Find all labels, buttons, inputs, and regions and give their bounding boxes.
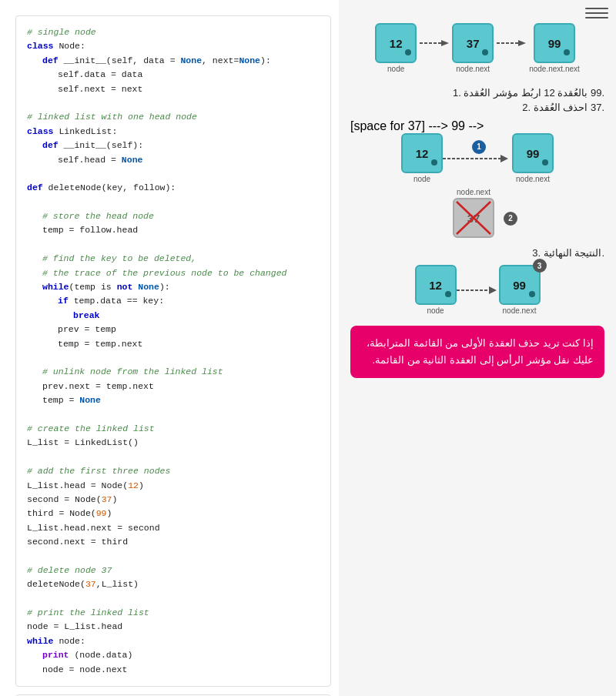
- code-line-17: break: [27, 309, 320, 323]
- code-line-4: self.data = data: [27, 68, 320, 82]
- arabic-note: إذا كنت تريد حذف العقدة الأولى من القائم…: [350, 326, 604, 378]
- node-99-step2: 99: [512, 133, 554, 173]
- code-line-32: deleteNode(37,L_list): [27, 577, 320, 591]
- node-12: 12: [375, 23, 417, 63]
- code-line-5: self.next = next: [27, 82, 320, 96]
- code-line-14: # the trace of the previous node to be c…: [27, 266, 320, 280]
- badge-3: 3: [533, 259, 547, 273]
- node-99: 99: [534, 23, 575, 63]
- code-line-8: def __init__(self):: [27, 139, 320, 152]
- code-line-22: temp = None: [27, 393, 320, 407]
- node-col-37: 37 node.next: [452, 23, 494, 73]
- badge-2: 2: [504, 212, 517, 226]
- node-col-99: 99 node.next.next: [529, 23, 580, 73]
- code-line-16: if temp.data == key:: [27, 294, 320, 308]
- code-line-23: # create the linked list: [27, 422, 320, 436]
- diagram-final: 12 node 99: [350, 265, 604, 315]
- code-line-10: def deleteNode(key, follow):: [27, 181, 320, 195]
- code-line-15: while(temp is not None):: [27, 280, 320, 294]
- code-line-25: # add the first three nodes: [27, 464, 320, 478]
- code-line-30: second.next = third: [27, 535, 320, 549]
- step-2-label: .37 احذف العُقدة .2: [350, 102, 604, 113]
- node-col-12-final: 12 node: [415, 265, 457, 315]
- node-99-wrapper-final: 99 3: [499, 265, 541, 305]
- node-12-final: 12: [415, 265, 457, 305]
- code-line-36: print (node.data): [27, 648, 320, 662]
- svg-marker-3: [518, 40, 526, 46]
- code-line-19: temp = temp.next: [27, 337, 320, 351]
- label-node-step2: node: [413, 175, 430, 183]
- label-node-next-step2: node.next: [516, 175, 550, 183]
- arrow-2: [497, 38, 526, 49]
- code-line-7: class LinkedList:: [27, 125, 320, 139]
- crossed-box-wrapper: 37: [453, 198, 494, 238]
- label-node-next: node.next: [456, 65, 490, 73]
- code-line-12: temp = follow.head: [27, 223, 320, 237]
- code-block: # single node class Node: def __init__(s…: [15, 15, 331, 687]
- code-line-6: # linked list with one head node: [27, 110, 320, 124]
- code-line-20: # unlink node from the linked list: [27, 365, 320, 379]
- badge-1: 1: [472, 140, 486, 154]
- node-col-99-final: 99 3 node.next: [499, 265, 541, 315]
- code-line-3: def __init__(self, data = None, next=Non…: [27, 54, 320, 68]
- step-labels-1-2: .99 بالعُقدة 12 اربُط مؤشر العُقدة .1 .3…: [350, 87, 604, 113]
- code-line-18: prev = temp: [27, 323, 320, 336]
- crossed-node-37: 37: [453, 198, 494, 238]
- node-37: 37: [452, 23, 494, 63]
- node-col-12: 12 node: [375, 23, 417, 73]
- label-node-next-crossed: node.next: [453, 188, 494, 196]
- label-node: node: [387, 65, 404, 73]
- diagram-three-nodes: 12 node: [350, 23, 604, 73]
- final-arrow-svg: [457, 283, 499, 298]
- code-line-11: # store the head node: [27, 209, 320, 223]
- code-line-29: L_list.head.next = second: [27, 521, 320, 535]
- diagram-step2: [space for 37] ---> 99 --> 12 node: [350, 119, 604, 238]
- code-line-37: node = node.next: [27, 663, 320, 677]
- left-panel: # single node class Node: def __init__(s…: [0, 0, 339, 696]
- long-arrow-col: 1: [443, 139, 512, 179]
- right-panel: 12 node: [339, 0, 616, 696]
- node-12-step2: 12: [401, 133, 443, 173]
- node-col-12-step2: 12 node: [401, 133, 443, 183]
- code-line-28: third = Node(99): [27, 507, 320, 520]
- step-3-label: .النتيجة النهائية .3: [350, 247, 604, 259]
- code-line-1: # single node: [27, 25, 320, 39]
- step-1-label: .99 بالعُقدة 12 اربُط مؤشر العُقدة .1: [350, 87, 604, 99]
- code-line-27: second = Node(37): [27, 493, 320, 507]
- arrow-1-col: [417, 23, 452, 73]
- svg-marker-1: [441, 40, 449, 46]
- label-node-next-final: node.next: [503, 306, 537, 315]
- menu-icon[interactable]: [585, 8, 608, 23]
- crossed-node-37-col: node.next 37: [453, 188, 494, 238]
- arrow-1: [420, 38, 449, 49]
- code-line-34: node = L_list.head: [27, 620, 320, 634]
- code-line-21: prev.next = temp.next: [27, 380, 320, 393]
- label-node-final: node: [427, 306, 444, 315]
- label-node-next-next: node.next.next: [529, 65, 580, 73]
- node-col-99-step2: 99 node.next: [512, 133, 554, 183]
- code-line-9: self.head = None: [27, 153, 320, 167]
- page-container: # single node class Node: def __init__(s…: [0, 0, 616, 696]
- code-line-13: # find the key to be deleted,: [27, 252, 320, 266]
- svg-marker-5: [500, 155, 508, 162]
- arrow-2-col: [494, 23, 529, 73]
- svg-marker-9: [489, 286, 497, 294]
- code-line-2: class Node:: [27, 39, 320, 53]
- code-line-26: L_list.head = Node(12): [27, 479, 320, 493]
- code-line-31: # delete node 37: [27, 564, 320, 577]
- node-99-final: 99: [499, 265, 541, 305]
- code-line-33: # print the linked list: [27, 606, 320, 620]
- crossed-node-row: node.next 37 2: [366, 188, 604, 238]
- code-line-35: while node:: [27, 634, 320, 648]
- final-arrow-col: [457, 270, 499, 310]
- code-line-24: L_list = LinkedList(): [27, 436, 320, 450]
